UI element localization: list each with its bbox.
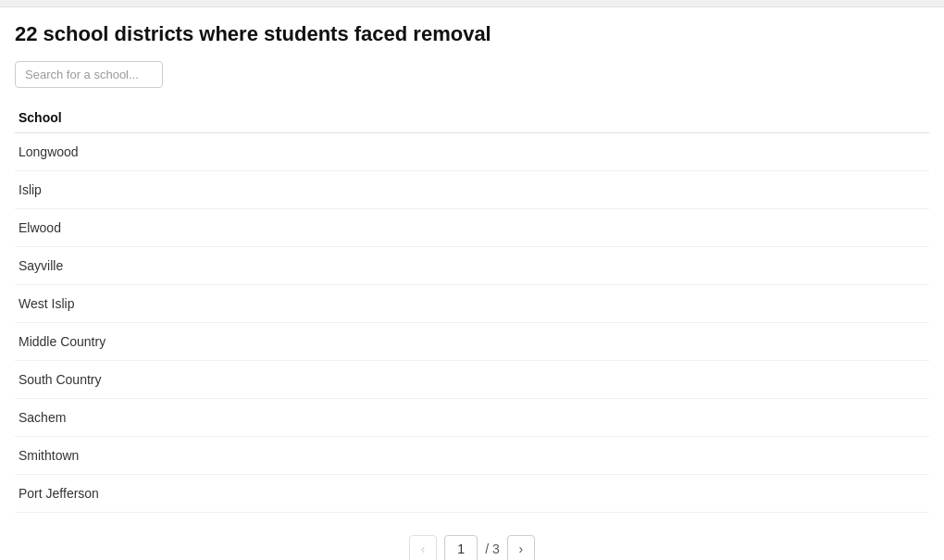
page-total: / 3 (485, 541, 500, 556)
page-number-input[interactable] (444, 535, 478, 560)
top-bar (0, 0, 944, 7)
list-item[interactable]: Elwood (15, 209, 929, 247)
next-page-button[interactable]: › (507, 535, 535, 560)
list-item[interactable]: West Islip (15, 285, 929, 323)
main-content: 22 school districts where students faced… (0, 7, 944, 560)
list-item[interactable]: Islip (15, 171, 929, 209)
table-column-header: School (15, 103, 929, 133)
list-item[interactable]: Sayville (15, 247, 929, 285)
list-item[interactable]: Sachem (15, 399, 929, 437)
list-item[interactable]: Port Jefferson (15, 475, 929, 513)
list-item[interactable]: South Country (15, 361, 929, 399)
search-input[interactable] (15, 61, 163, 88)
school-list: LongwoodIslipElwoodSayvilleWest IslipMid… (15, 133, 929, 513)
list-item[interactable]: Longwood (15, 133, 929, 171)
page-title: 22 school districts where students faced… (15, 22, 929, 46)
prev-page-button[interactable]: ‹ (409, 535, 437, 560)
list-item[interactable]: Smithtown (15, 437, 929, 475)
pagination: ‹ / 3 › (15, 513, 929, 560)
list-item[interactable]: Middle Country (15, 323, 929, 361)
